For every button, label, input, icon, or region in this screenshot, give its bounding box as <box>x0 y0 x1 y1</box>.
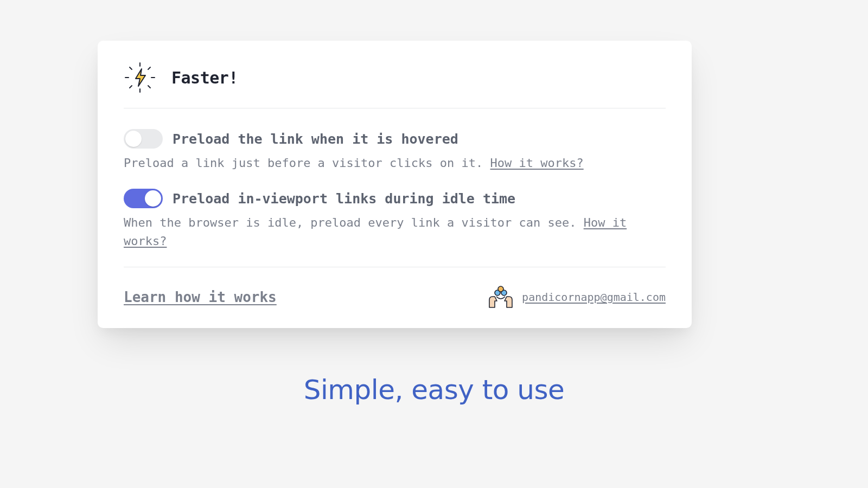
svg-line-7 <box>130 86 132 88</box>
setting-description: When the browser is idle, preload every … <box>124 214 666 251</box>
card-title: Faster! <box>171 68 238 87</box>
setting-label: Preload the link when it is hovered <box>173 131 458 147</box>
svg-point-10 <box>498 286 503 292</box>
how-it-works-link[interactable]: How it works? <box>490 156 584 170</box>
toggle-thumb <box>125 131 142 147</box>
svg-line-4 <box>130 67 132 69</box>
setting-preload-viewport: Preload in-viewport links during idle ti… <box>124 189 666 251</box>
hands-supporting-people-icon <box>487 285 514 310</box>
svg-line-6 <box>148 67 150 69</box>
setting-head: Preload in-viewport links during idle ti… <box>124 189 666 208</box>
setting-preload-hover: Preload the link when it is hovered Prel… <box>124 129 666 172</box>
toggle-preload-viewport[interactable] <box>124 189 163 208</box>
setting-label: Preload in-viewport links during idle ti… <box>173 191 515 207</box>
lightning-burst-icon <box>124 61 156 94</box>
setting-description: Preload a link just before a visitor cli… <box>124 154 666 172</box>
description-text: Preload a link just before a visitor cli… <box>124 156 490 170</box>
divider <box>124 267 666 267</box>
divider <box>124 108 666 108</box>
toggle-thumb <box>145 190 161 207</box>
description-text: When the browser is idle, preload every … <box>124 216 584 229</box>
card-footer: Learn how it works pandicornapp@gmail.co… <box>124 285 666 310</box>
svg-line-5 <box>148 86 150 88</box>
card-header: Faster! <box>124 61 666 94</box>
toggle-preload-hover[interactable] <box>124 129 163 149</box>
contact-block: pandicornapp@gmail.com <box>487 285 666 310</box>
setting-head: Preload the link when it is hovered <box>124 129 666 149</box>
tagline-text: Simple, easy to use <box>0 374 868 406</box>
settings-card: Faster! Preload the link when it is hove… <box>98 41 692 328</box>
learn-how-it-works-link[interactable]: Learn how it works <box>124 289 277 305</box>
contact-email-link[interactable]: pandicornapp@gmail.com <box>522 291 666 304</box>
